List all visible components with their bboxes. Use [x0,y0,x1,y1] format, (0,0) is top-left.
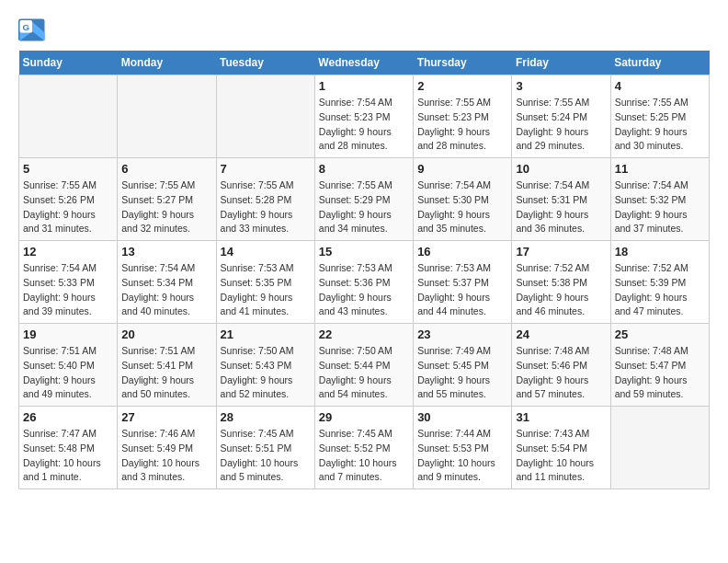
day-number: 7 [221,162,311,176]
calendar-cell: 16Sunrise: 7:53 AM Sunset: 5:37 PM Dayli… [414,241,512,324]
day-info: Sunrise: 7:54 AM Sunset: 5:32 PM Dayligh… [615,178,705,236]
day-number: 5 [23,162,113,176]
header-row: SundayMondayTuesdayWednesdayThursdayFrid… [19,51,710,75]
day-info: Sunrise: 7:44 AM Sunset: 5:53 PM Dayligh… [417,427,507,485]
calendar-cell: 31Sunrise: 7:43 AM Sunset: 5:54 PM Dayli… [512,407,610,489]
calendar-cell: 21Sunrise: 7:50 AM Sunset: 5:43 PM Dayli… [216,324,314,407]
day-info: Sunrise: 7:53 AM Sunset: 5:36 PM Dayligh… [319,261,409,319]
calendar-cell: 3Sunrise: 7:55 AM Sunset: 5:24 PM Daylig… [512,75,610,158]
calendar-cell: 29Sunrise: 7:45 AM Sunset: 5:52 PM Dayli… [314,407,413,489]
day-info: Sunrise: 7:43 AM Sunset: 5:54 PM Dayligh… [516,427,606,485]
day-info: Sunrise: 7:46 AM Sunset: 5:49 PM Dayligh… [121,427,211,485]
logo: G [18,18,50,41]
day-info: Sunrise: 7:54 AM Sunset: 5:31 PM Dayligh… [516,178,606,236]
weekday-header: Monday [118,51,216,75]
weekday-header: Wednesday [314,51,413,75]
day-number: 31 [516,410,606,424]
calendar-cell: 23Sunrise: 7:49 AM Sunset: 5:45 PM Dayli… [414,324,512,407]
calendar-cell: 14Sunrise: 7:53 AM Sunset: 5:35 PM Dayli… [216,241,314,324]
calendar-cell: 1Sunrise: 7:54 AM Sunset: 5:23 PM Daylig… [314,75,413,158]
logo-icon: G [18,18,46,41]
calendar-cell [118,75,216,158]
calendar-cell [216,75,314,158]
day-number: 20 [121,327,211,341]
weekday-header: Tuesday [216,51,314,75]
calendar-cell: 10Sunrise: 7:54 AM Sunset: 5:31 PM Dayli… [512,158,610,241]
day-number: 10 [516,162,606,176]
day-info: Sunrise: 7:52 AM Sunset: 5:38 PM Dayligh… [516,261,606,319]
day-number: 3 [516,79,606,93]
calendar-table: SundayMondayTuesdayWednesdayThursdayFrid… [18,51,710,489]
day-number: 6 [121,162,211,176]
day-number: 18 [615,245,705,259]
day-info: Sunrise: 7:49 AM Sunset: 5:45 PM Dayligh… [417,344,507,402]
calendar-cell [610,407,709,489]
calendar-cell [19,75,118,158]
day-number: 16 [417,245,507,259]
day-number: 1 [319,79,409,93]
calendar-cell: 2Sunrise: 7:55 AM Sunset: 5:23 PM Daylig… [414,75,512,158]
calendar-cell: 24Sunrise: 7:48 AM Sunset: 5:46 PM Dayli… [512,324,610,407]
day-info: Sunrise: 7:54 AM Sunset: 5:33 PM Dayligh… [23,261,113,319]
day-number: 28 [221,410,311,424]
day-info: Sunrise: 7:54 AM Sunset: 5:30 PM Dayligh… [417,178,507,236]
day-info: Sunrise: 7:51 AM Sunset: 5:40 PM Dayligh… [23,344,113,402]
day-number: 17 [516,245,606,259]
calendar-cell: 18Sunrise: 7:52 AM Sunset: 5:39 PM Dayli… [610,241,709,324]
calendar-cell: 7Sunrise: 7:55 AM Sunset: 5:28 PM Daylig… [216,158,314,241]
day-info: Sunrise: 7:45 AM Sunset: 5:51 PM Dayligh… [221,427,311,485]
calendar-cell: 9Sunrise: 7:54 AM Sunset: 5:30 PM Daylig… [414,158,512,241]
day-info: Sunrise: 7:54 AM Sunset: 5:23 PM Dayligh… [319,96,409,154]
calendar-cell: 11Sunrise: 7:54 AM Sunset: 5:32 PM Dayli… [610,158,709,241]
calendar-week-row: 19Sunrise: 7:51 AM Sunset: 5:40 PM Dayli… [19,324,710,407]
calendar-cell: 19Sunrise: 7:51 AM Sunset: 5:40 PM Dayli… [19,324,118,407]
day-info: Sunrise: 7:50 AM Sunset: 5:43 PM Dayligh… [221,344,311,402]
day-info: Sunrise: 7:55 AM Sunset: 5:25 PM Dayligh… [615,96,705,154]
calendar-cell: 26Sunrise: 7:47 AM Sunset: 5:48 PM Dayli… [19,407,118,489]
calendar-cell: 13Sunrise: 7:54 AM Sunset: 5:34 PM Dayli… [118,241,216,324]
day-number: 2 [417,79,507,93]
weekday-header: Saturday [610,51,709,75]
day-info: Sunrise: 7:48 AM Sunset: 5:46 PM Dayligh… [516,344,606,402]
calendar-cell: 27Sunrise: 7:46 AM Sunset: 5:49 PM Dayli… [118,407,216,489]
day-number: 9 [417,162,507,176]
day-number: 21 [221,327,311,341]
day-info: Sunrise: 7:55 AM Sunset: 5:24 PM Dayligh… [516,96,606,154]
day-number: 26 [23,410,113,424]
calendar-cell: 30Sunrise: 7:44 AM Sunset: 5:53 PM Dayli… [414,407,512,489]
calendar-week-row: 1Sunrise: 7:54 AM Sunset: 5:23 PM Daylig… [19,75,710,158]
day-info: Sunrise: 7:55 AM Sunset: 5:26 PM Dayligh… [23,178,113,236]
day-number: 13 [121,245,211,259]
calendar-cell: 20Sunrise: 7:51 AM Sunset: 5:41 PM Dayli… [118,324,216,407]
calendar-cell: 28Sunrise: 7:45 AM Sunset: 5:51 PM Dayli… [216,407,314,489]
day-info: Sunrise: 7:55 AM Sunset: 5:23 PM Dayligh… [417,96,507,154]
calendar-cell: 6Sunrise: 7:55 AM Sunset: 5:27 PM Daylig… [118,158,216,241]
calendar-week-row: 5Sunrise: 7:55 AM Sunset: 5:26 PM Daylig… [19,158,710,241]
calendar-cell: 12Sunrise: 7:54 AM Sunset: 5:33 PM Dayli… [19,241,118,324]
calendar-week-row: 26Sunrise: 7:47 AM Sunset: 5:48 PM Dayli… [19,407,710,489]
day-info: Sunrise: 7:55 AM Sunset: 5:28 PM Dayligh… [221,178,311,236]
day-number: 29 [319,410,409,424]
svg-text:G: G [22,22,29,32]
day-info: Sunrise: 7:53 AM Sunset: 5:35 PM Dayligh… [221,261,311,319]
calendar-cell: 5Sunrise: 7:55 AM Sunset: 5:26 PM Daylig… [19,158,118,241]
calendar-cell: 4Sunrise: 7:55 AM Sunset: 5:25 PM Daylig… [610,75,709,158]
day-number: 23 [417,327,507,341]
weekday-header: Thursday [414,51,512,75]
day-number: 4 [615,79,705,93]
day-number: 25 [615,327,705,341]
day-number: 8 [319,162,409,176]
weekday-header: Friday [512,51,610,75]
day-number: 30 [417,410,507,424]
day-info: Sunrise: 7:53 AM Sunset: 5:37 PM Dayligh… [417,261,507,319]
day-info: Sunrise: 7:55 AM Sunset: 5:27 PM Dayligh… [121,178,211,236]
day-info: Sunrise: 7:47 AM Sunset: 5:48 PM Dayligh… [23,427,113,485]
day-info: Sunrise: 7:51 AM Sunset: 5:41 PM Dayligh… [121,344,211,402]
day-info: Sunrise: 7:52 AM Sunset: 5:39 PM Dayligh… [615,261,705,319]
calendar-cell: 25Sunrise: 7:48 AM Sunset: 5:47 PM Dayli… [610,324,709,407]
calendar-week-row: 12Sunrise: 7:54 AM Sunset: 5:33 PM Dayli… [19,241,710,324]
day-number: 22 [319,327,409,341]
day-number: 14 [221,245,311,259]
day-number: 11 [615,162,705,176]
day-number: 27 [121,410,211,424]
